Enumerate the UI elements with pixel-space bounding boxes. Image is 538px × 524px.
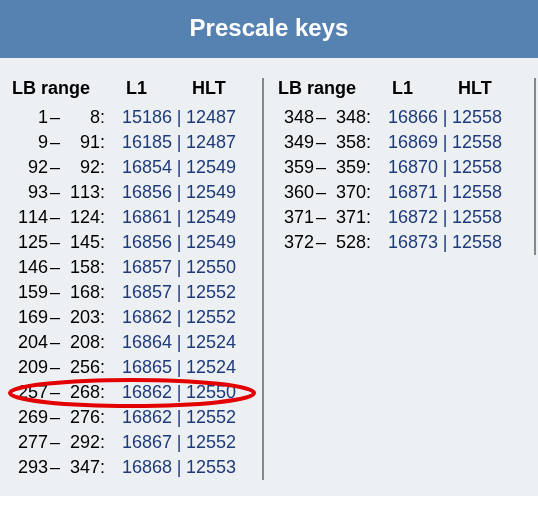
table-row: 92–92:16854|12549 — [12, 155, 252, 180]
colon: : — [100, 130, 110, 155]
table-row: 204–208:16864|12524 — [12, 330, 252, 355]
colon: : — [100, 255, 110, 280]
hlt-value: 12552 — [186, 305, 244, 330]
colon: : — [100, 430, 110, 455]
colon: : — [366, 130, 376, 155]
colon: : — [100, 105, 110, 130]
l1-value: 16861 — [110, 205, 172, 230]
left-column: LB range L1 HLT 1–8:15186|124879–91:1618… — [12, 78, 264, 480]
lb-from: 293 — [12, 455, 48, 480]
lb-to: 124 — [62, 205, 100, 230]
l1-value: 16864 — [110, 330, 172, 355]
l1-value: 16873 — [376, 230, 438, 255]
lb-to: 208 — [62, 330, 100, 355]
separator: | — [438, 230, 452, 255]
lb-to: 528 — [328, 230, 366, 255]
separator: | — [172, 130, 186, 155]
dash: – — [48, 255, 62, 280]
lb-to: 91 — [62, 130, 100, 155]
header-lb-range: LB range — [278, 78, 374, 99]
colon: : — [366, 205, 376, 230]
colon: : — [366, 230, 376, 255]
separator: | — [438, 180, 452, 205]
dash: – — [48, 180, 62, 205]
separator: | — [172, 330, 186, 355]
l1-value: 16854 — [110, 155, 172, 180]
lb-from: 146 — [12, 255, 48, 280]
separator: | — [438, 130, 452, 155]
dash: – — [48, 105, 62, 130]
l1-value: 16869 — [376, 130, 438, 155]
hlt-value: 12550 — [186, 255, 244, 280]
lb-to: 292 — [62, 430, 100, 455]
separator: | — [172, 405, 186, 430]
colon: : — [100, 205, 110, 230]
hlt-value: 12558 — [452, 230, 510, 255]
l1-value: 16862 — [110, 305, 172, 330]
lb-to: 276 — [62, 405, 100, 430]
lb-from: 204 — [12, 330, 48, 355]
hlt-value: 12549 — [186, 205, 244, 230]
colon: : — [100, 280, 110, 305]
l1-value: 16857 — [110, 280, 172, 305]
lb-from: 360 — [278, 180, 314, 205]
dash: – — [314, 230, 328, 255]
lb-from: 1 — [12, 105, 48, 130]
table-row: 1–8:15186|12487 — [12, 105, 252, 130]
lb-to: 348 — [328, 105, 366, 130]
table-row: 372–528:16873|12558 — [278, 230, 518, 255]
colon: : — [100, 305, 110, 330]
dash: – — [48, 130, 62, 155]
dash: – — [314, 105, 328, 130]
l1-value: 16868 — [110, 455, 172, 480]
hlt-value: 12524 — [186, 330, 244, 355]
lb-from: 93 — [12, 180, 48, 205]
table-row: 269–276:16862|12552 — [12, 405, 252, 430]
right-column: LB range L1 HLT 348–348:16866|12558349–3… — [264, 78, 536, 255]
colon: : — [366, 155, 376, 180]
left-rows: 1–8:15186|124879–91:16185|1248792–92:168… — [12, 105, 252, 480]
lb-to: 256 — [62, 355, 100, 380]
lb-from: 125 — [12, 230, 48, 255]
dash: – — [48, 205, 62, 230]
table-row: 159–168:16857|12552 — [12, 280, 252, 305]
table-row: 114–124:16861|12549 — [12, 205, 252, 230]
table-row: 277–292:16867|12552 — [12, 430, 252, 455]
hlt-value: 12558 — [452, 105, 510, 130]
separator: | — [172, 230, 186, 255]
hlt-value: 12550 — [186, 380, 244, 405]
lb-from: 209 — [12, 355, 48, 380]
l1-value: 16865 — [110, 355, 172, 380]
table-row: 257–268:16862|12550 — [12, 380, 252, 405]
column-header: LB range L1 HLT — [278, 78, 518, 99]
header-l1: L1 — [374, 78, 448, 99]
hlt-value: 12552 — [186, 280, 244, 305]
separator: | — [172, 155, 186, 180]
separator: | — [172, 255, 186, 280]
hlt-value: 12558 — [452, 205, 510, 230]
colon: : — [100, 330, 110, 355]
lb-from: 257 — [12, 380, 48, 405]
colon: : — [366, 180, 376, 205]
lb-to: 358 — [328, 130, 366, 155]
lb-from: 349 — [278, 130, 314, 155]
prescale-keys-panel: Prescale keys LB range L1 HLT 1–8:15186|… — [0, 0, 538, 496]
lb-from: 114 — [12, 205, 48, 230]
lb-to: 347 — [62, 455, 100, 480]
hlt-value: 12549 — [186, 230, 244, 255]
separator: | — [438, 205, 452, 230]
lb-to: 145 — [62, 230, 100, 255]
header-lb-range: LB range — [12, 78, 108, 99]
lb-to: 113 — [62, 180, 100, 205]
hlt-value: 12549 — [186, 180, 244, 205]
dash: – — [48, 155, 62, 180]
hlt-value: 12487 — [186, 130, 244, 155]
lb-from: 359 — [278, 155, 314, 180]
separator: | — [438, 155, 452, 180]
hlt-value: 12524 — [186, 355, 244, 380]
lb-from: 9 — [12, 130, 48, 155]
header-hlt: HLT — [448, 78, 518, 99]
lb-to: 158 — [62, 255, 100, 280]
lb-to: 359 — [328, 155, 366, 180]
hlt-value: 12487 — [186, 105, 244, 130]
